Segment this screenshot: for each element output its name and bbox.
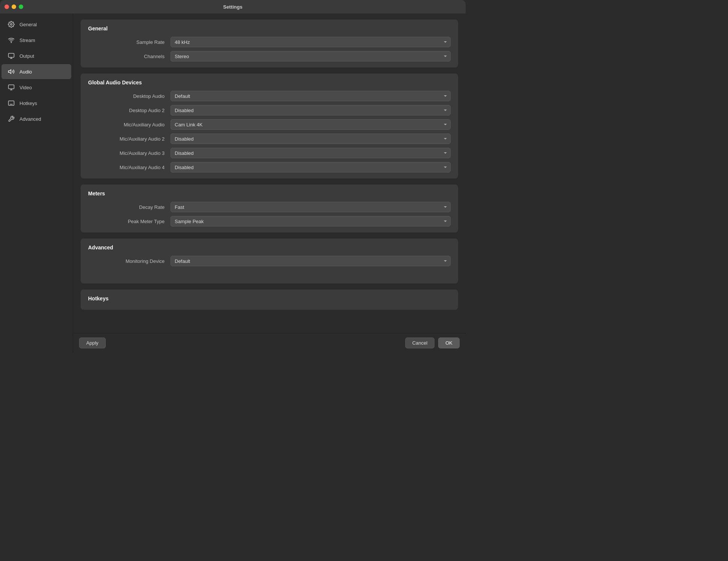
section-hotkeys: Hotkeys [81, 290, 458, 310]
select-decay-rate[interactable]: Fast Medium Slow [171, 202, 451, 212]
label-mic-aux-audio-2: Mic/Auxiliary Audio 2 [88, 136, 171, 142]
label-peak-meter-type: Peak Meter Type [88, 219, 171, 224]
sidebar-item-advanced[interactable]: Advanced [1, 111, 71, 126]
section-advanced: Advanced Monitoring Device Default Disab… [81, 238, 458, 284]
select-mic-aux-audio-4[interactable]: Default Disabled [171, 162, 451, 172]
select-sample-rate[interactable]: 44.1 kHz 48 kHz 96 kHz 192 kHz [171, 37, 451, 47]
svg-marker-5 [9, 70, 11, 74]
sidebar-item-video[interactable]: Video [1, 80, 71, 95]
select-wrapper-mic-aux-audio-2: Default Disabled [171, 134, 451, 144]
window-title: Settings [223, 4, 242, 10]
select-wrapper-desktop-audio-2: Default Disabled [171, 105, 451, 116]
label-desktop-audio-2: Desktop Audio 2 [88, 108, 171, 113]
label-channels: Channels [88, 54, 171, 59]
select-wrapper-peak-meter-type: Sample Peak True Peak [171, 216, 451, 226]
sidebar-label-hotkeys: Hotkeys [19, 100, 37, 106]
control-mic-aux-audio-4: Default Disabled [171, 162, 451, 172]
section-title-hotkeys: Hotkeys [88, 296, 451, 302]
select-peak-meter-type[interactable]: Sample Peak True Peak [171, 216, 451, 226]
control-monitoring-device: Default Disabled [171, 256, 451, 266]
select-wrapper-sample-rate: 44.1 kHz 48 kHz 96 kHz 192 kHz [171, 37, 451, 47]
label-monitoring-device: Monitoring Device [88, 258, 171, 264]
select-monitoring-device[interactable]: Default Disabled [171, 256, 451, 266]
sidebar: General Stream Output [0, 14, 73, 352]
ok-button[interactable]: OK [438, 338, 460, 348]
close-button[interactable] [4, 4, 9, 9]
form-row-sample-rate: Sample Rate 44.1 kHz 48 kHz 96 kHz 192 k… [88, 37, 451, 47]
section-title-general: General [88, 26, 451, 32]
form-row-mic-aux-audio: Mic/Auxiliary Audio Default Disabled Cam… [88, 119, 451, 130]
select-wrapper-monitoring-device: Default Disabled [171, 256, 451, 266]
svg-point-1 [11, 42, 12, 43]
right-panel: General Sample Rate 44.1 kHz 48 kHz 96 k… [73, 14, 466, 352]
control-desktop-audio-2: Default Disabled [171, 105, 451, 116]
maximize-button[interactable] [19, 4, 23, 9]
output-icon [7, 52, 15, 60]
form-row-desktop-audio-2: Desktop Audio 2 Default Disabled [88, 105, 451, 116]
apply-button[interactable]: Apply [79, 338, 106, 348]
control-mic-aux-audio-3: Default Disabled [171, 148, 451, 158]
form-row-mic-aux-audio-4: Mic/Auxiliary Audio 4 Default Disabled [88, 162, 451, 172]
select-wrapper-channels: Mono Stereo 2.1 4.0 4.1 5.1 7.1 [171, 51, 451, 62]
sidebar-label-general: General [19, 22, 37, 27]
select-desktop-audio[interactable]: Default Disabled [171, 91, 451, 101]
advanced-icon [7, 115, 15, 123]
control-mic-aux-audio: Default Disabled Cam Link 4K [171, 119, 451, 130]
form-row-peak-meter-type: Peak Meter Type Sample Peak True Peak [88, 216, 451, 226]
svg-rect-6 [9, 85, 14, 89]
section-meters: Meters Decay Rate Fast Medium Slow [81, 184, 458, 232]
label-mic-aux-audio: Mic/Auxiliary Audio [88, 122, 171, 128]
section-title-global-audio-devices: Global Audio Devices [88, 80, 451, 86]
sidebar-item-general[interactable]: General [1, 17, 71, 32]
select-desktop-audio-2[interactable]: Default Disabled [171, 105, 451, 116]
select-wrapper-desktop-audio: Default Disabled [171, 91, 451, 101]
label-desktop-audio: Desktop Audio [88, 93, 171, 99]
minimize-button[interactable] [12, 4, 16, 9]
bottom-right: Cancel OK [405, 338, 460, 348]
label-mic-aux-audio-3: Mic/Auxiliary Audio 3 [88, 150, 171, 156]
window-controls [4, 4, 23, 9]
control-decay-rate: Fast Medium Slow [171, 202, 451, 212]
app-body: General Stream Output [0, 14, 466, 352]
select-channels[interactable]: Mono Stereo 2.1 4.0 4.1 5.1 7.1 [171, 51, 451, 62]
section-title-meters: Meters [88, 190, 451, 196]
sidebar-label-output: Output [19, 53, 34, 59]
section-general: General Sample Rate 44.1 kHz 48 kHz 96 k… [81, 20, 458, 68]
select-mic-aux-audio-2[interactable]: Default Disabled [171, 134, 451, 144]
video-icon [7, 84, 15, 91]
main-content: General Sample Rate 44.1 kHz 48 kHz 96 k… [73, 14, 466, 333]
control-mic-aux-audio-2: Default Disabled [171, 134, 451, 144]
control-channels: Mono Stereo 2.1 4.0 4.1 5.1 7.1 [171, 51, 451, 62]
sidebar-label-video: Video [19, 85, 32, 90]
sidebar-label-stream: Stream [19, 38, 35, 43]
hotkeys-icon [7, 99, 15, 107]
sidebar-item-audio[interactable]: Audio [1, 64, 71, 79]
label-mic-aux-audio-4: Mic/Auxiliary Audio 4 [88, 165, 171, 170]
form-row-desktop-audio: Desktop Audio Default Disabled [88, 91, 451, 101]
form-row-channels: Channels Mono Stereo 2.1 4.0 4.1 5.1 7.1 [88, 51, 451, 62]
select-wrapper-mic-aux-audio-3: Default Disabled [171, 148, 451, 158]
cancel-button[interactable]: Cancel [405, 338, 434, 348]
control-sample-rate: 44.1 kHz 48 kHz 96 kHz 192 kHz [171, 37, 451, 47]
sidebar-label-audio: Audio [19, 69, 32, 75]
sidebar-item-hotkeys[interactable]: Hotkeys [1, 96, 71, 111]
bottom-bar: Apply Cancel OK [73, 333, 466, 352]
bottom-left: Apply [79, 338, 106, 348]
stream-icon [7, 36, 15, 44]
select-wrapper-decay-rate: Fast Medium Slow [171, 202, 451, 212]
svg-point-0 [10, 24, 12, 26]
label-decay-rate: Decay Rate [88, 204, 171, 210]
sidebar-item-stream[interactable]: Stream [1, 33, 71, 48]
section-global-audio-devices: Global Audio Devices Desktop Audio Defau… [81, 74, 458, 178]
sidebar-item-output[interactable]: Output [1, 48, 71, 63]
label-sample-rate: Sample Rate [88, 39, 171, 45]
control-peak-meter-type: Sample Peak True Peak [171, 216, 451, 226]
select-mic-aux-audio[interactable]: Default Disabled Cam Link 4K [171, 119, 451, 130]
control-desktop-audio: Default Disabled [171, 91, 451, 101]
select-mic-aux-audio-3[interactable]: Default Disabled [171, 148, 451, 158]
audio-icon [7, 68, 15, 75]
form-row-monitoring-device: Monitoring Device Default Disabled [88, 256, 451, 266]
sidebar-label-advanced: Advanced [19, 116, 41, 122]
form-row-decay-rate: Decay Rate Fast Medium Slow [88, 202, 451, 212]
form-row-mic-aux-audio-3: Mic/Auxiliary Audio 3 Default Disabled [88, 148, 451, 158]
